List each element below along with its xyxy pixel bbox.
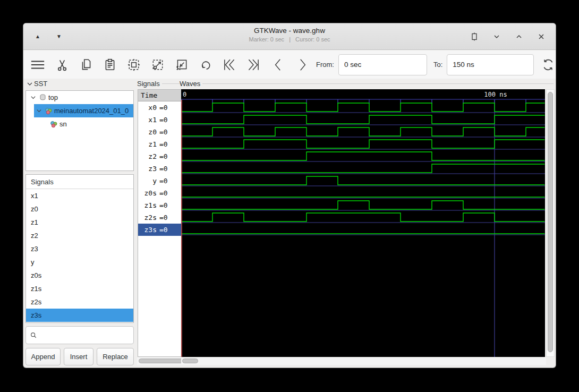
tree-item-label: meinautomat2024_01_0 — [54, 107, 129, 115]
cursor-status: Cursor: 0 sec — [295, 36, 330, 42]
expander-icon[interactable] — [29, 95, 37, 100]
signal-name: x0 — [142, 104, 157, 112]
marker-status: Marker: 0 sec — [249, 36, 284, 42]
component-icon — [50, 121, 57, 128]
minimize-icon[interactable] — [492, 32, 501, 41]
undo-icon[interactable] — [198, 57, 213, 72]
cut-icon[interactable] — [55, 57, 70, 72]
sst-frame-label[interactable]: SST — [27, 80, 47, 88]
zoom-fit-icon[interactable] — [126, 57, 141, 72]
go-to-start-icon[interactable] — [222, 57, 237, 72]
signal-value: =0 — [159, 104, 168, 112]
shift-up-button[interactable]: ▲ — [32, 31, 44, 42]
signal-value: =0 — [159, 214, 168, 221]
from-label: From: — [316, 61, 334, 69]
gtkwave-window: ▲ ▼ GTKWave - wave.ghw Marker: 0 sec | C… — [23, 23, 556, 368]
hierarchy-db-icon — [39, 94, 46, 101]
signal-list-item-z1[interactable]: z1 — [26, 216, 133, 229]
sst-label-text: SST — [34, 80, 47, 88]
shift-down-button[interactable]: ▼ — [53, 31, 65, 42]
signal-value: =0 — [159, 152, 168, 160]
waves-frame-label: Waves — [180, 80, 554, 88]
tree-item-label: sn — [59, 120, 67, 128]
expander-icon[interactable] — [35, 108, 42, 114]
waves-vscrollbar[interactable] — [546, 89, 555, 357]
signal-value: =0 — [159, 116, 168, 124]
reload-icon[interactable] — [541, 57, 556, 72]
search-icon — [30, 331, 37, 339]
signal-list-item-x1[interactable]: x1 — [26, 189, 133, 202]
signal-browser: Signals x1z0z1z2z3yz0sz1sz2sz3s — [25, 174, 134, 323]
insert-button[interactable]: Insert — [64, 348, 93, 365]
append-button[interactable]: Append — [25, 348, 61, 365]
signal-list-item-z3[interactable]: z3 — [26, 242, 133, 255]
signal-value: =0 — [159, 177, 168, 185]
search-input[interactable] — [40, 327, 133, 344]
signal-list-item-y[interactable]: y — [26, 255, 133, 269]
tree-item-top[interactable]: top — [26, 91, 133, 104]
menu-icon[interactable] — [30, 57, 45, 72]
waves-hscrollbar[interactable] — [181, 357, 546, 365]
titlebar: ▲ ▼ GTKWave - wave.ghw Marker: 0 sec | C… — [23, 23, 556, 50]
replace-button[interactable]: Replace — [97, 348, 134, 365]
tree-item-label: top — [48, 93, 58, 101]
signal-name: z3 — [142, 165, 157, 173]
signal-list-item-z0[interactable]: z0 — [26, 202, 133, 216]
signal-list-item-z3s[interactable]: z3s — [26, 309, 133, 322]
signal-name: z2 — [142, 152, 157, 160]
signal-name: z1 — [142, 140, 157, 148]
signal-search[interactable] — [25, 326, 134, 344]
copy-icon[interactable] — [79, 57, 93, 72]
tree-item-sn[interactable]: sn — [26, 117, 133, 131]
fit-window-icon[interactable] — [470, 32, 479, 41]
signal-list-item-z1s[interactable]: z1s — [26, 282, 133, 295]
chevron-down-icon — [27, 81, 33, 87]
signal-name: y — [142, 177, 157, 185]
next-edge-icon[interactable] — [295, 57, 310, 72]
waves-label-text: Waves — [180, 80, 200, 88]
signal-browser-header: Signals — [26, 175, 133, 189]
signal-list-item-z0s[interactable]: z0s — [26, 269, 133, 282]
signal-list-item-z2s[interactable]: z2s — [26, 295, 133, 309]
status-divider: | — [289, 36, 291, 42]
signal-value: =0 — [159, 226, 168, 234]
signal-name: z3s — [142, 226, 157, 234]
signal-list-item-z2[interactable]: z2 — [26, 229, 133, 242]
signal-value: =0 — [159, 128, 168, 136]
signal-value: =0 — [159, 201, 168, 209]
sst-tree[interactable]: topmeinautomat2024_01_0sn — [25, 90, 134, 171]
waves-vscroll-thumb[interactable] — [548, 92, 553, 352]
signal-value: =0 — [159, 189, 168, 197]
prev-edge-icon[interactable] — [271, 57, 286, 72]
signal-value: =0 — [159, 165, 168, 173]
paste-icon[interactable] — [103, 57, 117, 72]
signal-name: x1 — [142, 116, 157, 124]
signal-name: z0s — [142, 189, 157, 197]
signal-name: z2s — [142, 214, 157, 221]
close-icon[interactable] — [537, 32, 546, 41]
svg-text:0: 0 — [183, 91, 186, 98]
component-icon — [45, 107, 52, 115]
zoom-out-icon[interactable] — [174, 57, 189, 72]
to-label: To: — [433, 61, 442, 69]
wave-canvas[interactable]: 0100 ns — [181, 89, 545, 357]
tree-item-meinautomat2024_01_0[interactable]: meinautomat2024_01_0 — [26, 104, 133, 117]
to-input[interactable] — [447, 54, 534, 75]
signal-value: =0 — [159, 140, 168, 148]
toolbar: From: To: — [23, 50, 556, 79]
names-label-text: Signals — [137, 80, 160, 88]
from-input[interactable] — [338, 54, 427, 75]
maximize-icon[interactable] — [514, 32, 524, 41]
go-to-end-icon[interactable] — [246, 57, 261, 72]
signal-browser-list[interactable]: x1z0z1z2z3yz0sz1sz2sz3s — [26, 189, 133, 322]
svg-text:100 ns: 100 ns — [484, 91, 507, 98]
signal-name: z1s — [142, 201, 157, 209]
signal-name: z0 — [142, 128, 157, 136]
waves-hscroll-thumb[interactable] — [182, 359, 198, 363]
zoom-in-icon[interactable] — [150, 57, 165, 72]
